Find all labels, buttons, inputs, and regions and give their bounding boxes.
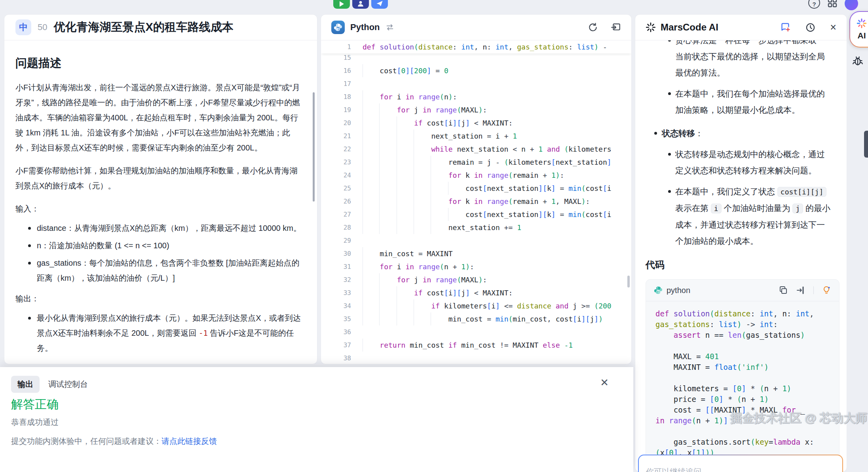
code-line[interactable]: 19for j in range(MAXL): bbox=[321, 103, 631, 116]
ai-code-header: python bbox=[646, 280, 839, 301]
code-line[interactable]: 32for j in range(MAXL): bbox=[321, 273, 631, 286]
apps-button[interactable] bbox=[826, 0, 838, 9]
copy-code-icon[interactable] bbox=[779, 285, 788, 295]
code-line[interactable]: gas_stations.sort(key=lambda x: bbox=[655, 437, 830, 447]
problem-title: 优化青海湖至景点X的租车路线成本 bbox=[53, 19, 233, 35]
tab-debug-console[interactable]: 调试控制台 bbox=[48, 379, 88, 390]
history-icon[interactable] bbox=[805, 22, 816, 33]
ai-assistant-toggle[interactable]: AI bbox=[849, 11, 868, 48]
new-chat-icon[interactable] bbox=[780, 22, 791, 33]
feedback-link[interactable]: 请点此链接反馈 bbox=[161, 437, 217, 445]
code-line[interactable]: 21next_station = i + 1 bbox=[321, 129, 631, 143]
problem-content[interactable]: 问题描述 小F计划从青海湖出发，前往一个遥远的景点X进行旅游。景点X可能是“敦煌… bbox=[4, 40, 317, 364]
python-lang-icon bbox=[654, 286, 663, 295]
code-line[interactable]: 18for i in range(n): bbox=[321, 90, 631, 103]
code-line[interactable]: 16cost[0][200] = 0 bbox=[321, 64, 631, 77]
code-line[interactable]: 17 bbox=[321, 77, 631, 90]
code-line[interactable] bbox=[655, 373, 830, 383]
code-line[interactable]: 33if cost[i][j] < MAXINT: bbox=[321, 286, 631, 299]
code-line[interactable]: 35min_cost = min(min_cost, cost[i][j]) bbox=[321, 312, 631, 325]
list-item: n：沿途加油站的数量 (1 <= n <= 100) bbox=[27, 238, 304, 253]
code-line[interactable]: 29 bbox=[321, 234, 631, 247]
code-line[interactable]: 31for i in range(n + 1): bbox=[321, 260, 631, 273]
code-lang-label: python bbox=[667, 286, 690, 295]
run-button[interactable] bbox=[333, 0, 350, 9]
code-line[interactable]: 37return min_cost if min_cost != MAXINT … bbox=[321, 339, 631, 352]
insert-code-icon[interactable] bbox=[796, 285, 805, 295]
code-line[interactable]: 34if kilometers[i] <= distance and j >= … bbox=[321, 299, 631, 312]
list-item: gas_stations：每个加油站的信息，包含两个非负整数 [加油站距离起始点… bbox=[27, 255, 304, 285]
code-line[interactable]: kilometers = [0] * (n + 1) bbox=[655, 383, 830, 394]
tab-output[interactable]: 输出 bbox=[11, 376, 40, 393]
code-line[interactable]: MAXINT = float('inf') bbox=[655, 362, 830, 373]
ai-chat-input[interactable] bbox=[639, 455, 842, 472]
code-line[interactable] bbox=[655, 426, 830, 437]
code-line[interactable]: 23remain = j - (kilometers[next_station] bbox=[321, 156, 631, 169]
code-line[interactable]: gas_stations: list) -> int: bbox=[655, 319, 830, 330]
code-line[interactable]: 26for k in range(remain + 1, MAXL): bbox=[321, 195, 631, 208]
code-line[interactable]: 1def solution(distance: int, n: int, gas… bbox=[321, 40, 631, 53]
ai-header: MarsCode AI × bbox=[635, 15, 847, 40]
side-drawer-handle[interactable] bbox=[864, 131, 868, 158]
editor-scrollbar[interactable] bbox=[627, 276, 630, 287]
code-line[interactable] bbox=[655, 341, 830, 351]
close-console-icon[interactable]: ✕ bbox=[600, 377, 609, 388]
avatar[interactable] bbox=[845, 0, 858, 10]
code-line[interactable]: 27cost[next_station][k] = min(cost[i bbox=[321, 208, 631, 221]
sticky-context-line: 1def solution(distance: int, n: int, gas… bbox=[321, 40, 631, 53]
debug-button[interactable] bbox=[852, 55, 864, 68]
ai-bullet: 在本题中，我们定义了状态 cost[i][j] 表示在第 i 个加油站时油量为 … bbox=[646, 183, 831, 249]
ai-list: 贪心算法是一种在每一步选择中都采取当前状态下最优的选择，以期望达到全局最优的算法… bbox=[646, 40, 831, 249]
ai-bullet: 贪心算法是一种在每一步选择中都采取当前状态下最优的选择，以期望达到全局最优的算法… bbox=[646, 40, 831, 81]
open-console-icon[interactable] bbox=[611, 22, 621, 32]
problem-paragraph: 小F需要你帮助他计算，如果合理规划加油站的加油顺序和数量，最小化从青海湖到景点X… bbox=[15, 163, 304, 193]
reset-code-icon[interactable] bbox=[588, 22, 598, 32]
code-line[interactable]: 28next_station += 1 bbox=[321, 221, 631, 234]
input-list: distance：从青海湖到景点X的总距离（km），距离最远不超过 10000 … bbox=[15, 221, 304, 285]
code-line[interactable]: 36 bbox=[321, 325, 631, 339]
watermark: 掘金技术社区 @ 芯动大师 bbox=[730, 410, 867, 426]
problem-header: 中 50 优化青海湖至景点X的租车路线成本 bbox=[4, 15, 317, 40]
code-line[interactable]: 22while next_station < n + 1 and (kilome… bbox=[321, 143, 631, 156]
language-tab[interactable]: Python bbox=[350, 22, 380, 32]
play-icon bbox=[340, 1, 344, 7]
close-ai-icon[interactable]: × bbox=[830, 22, 836, 33]
ai-code: def solution(distance: int, n: int,gas_s… bbox=[646, 301, 839, 472]
output-list: 最小化从青海湖到景点X的旅行成本（元）。如果无法到达景点X，或者到达景点X还车时… bbox=[15, 310, 304, 356]
bug-icon bbox=[852, 55, 864, 67]
ai-title: MarsCode AI bbox=[661, 22, 718, 33]
code-line[interactable]: 20if cost[i][j] < MAXINT: bbox=[321, 116, 631, 129]
code-line[interactable]: def solution(distance: int, n: int, bbox=[655, 308, 830, 319]
question-icon: ? bbox=[812, 0, 816, 8]
grid-icon bbox=[826, 0, 838, 9]
ai-pill-label: AI bbox=[858, 31, 866, 40]
person-icon bbox=[357, 0, 364, 7]
ai-code-heading: 代码 bbox=[646, 259, 831, 271]
ai-code-block: python bbox=[646, 279, 840, 472]
problem-scrollbar[interactable] bbox=[313, 92, 315, 202]
difficulty-badge: 中 bbox=[15, 19, 31, 35]
marscode-logo-icon bbox=[646, 22, 656, 32]
code-line[interactable]: price = [0] * (n + 1) bbox=[655, 394, 830, 405]
code-line[interactable]: MAXL = 401 bbox=[655, 351, 830, 362]
ai-conversation[interactable]: 贪心算法是一种在每一步选择中都采取当前状态下最优的选择，以期望达到全局最优的算法… bbox=[635, 40, 847, 472]
user-mode-button[interactable] bbox=[352, 0, 369, 9]
marscode-color-logo-icon bbox=[857, 18, 867, 29]
code-line[interactable]: 25cost[next_station][k] = min(cost[i bbox=[321, 182, 631, 195]
code-line[interactable]: assert n == len(gas_stations) bbox=[655, 330, 830, 341]
ai-bullet: 状态转移是动态规划中的核心概念，通过定义状态和状态转移方程来解决问题。 bbox=[646, 146, 831, 179]
problem-paragraph: 小F计划从青海湖出发，前往一个遥远的景点X进行旅游。景点X可能是“敦煌”或“月牙… bbox=[15, 80, 304, 155]
list-item: distance：从青海湖到景点X的总距离（km），距离最远不超过 10000 … bbox=[27, 221, 304, 236]
explain-code-icon[interactable] bbox=[822, 285, 831, 295]
python-icon bbox=[331, 21, 345, 34]
switch-language-icon[interactable] bbox=[386, 23, 394, 32]
code-line[interactable]: 38 bbox=[321, 352, 631, 364]
ai-bullet: 在本题中，我们在每个加油站选择最优的加油策略，以期望最小化总成本。 bbox=[646, 86, 831, 118]
list-item: 最小化从青海湖到景点X的旅行成本（元）。如果无法到达景点X，或者到达景点X还车时… bbox=[27, 310, 304, 356]
code-line[interactable]: 24for k in range(remain + 1): bbox=[321, 169, 631, 182]
code-line[interactable]: 30min_cost = MAXINT bbox=[321, 247, 631, 260]
code-editor[interactable]: 1516cost[0][200] = 01718for i in range(n… bbox=[321, 40, 631, 364]
submit-button[interactable] bbox=[371, 0, 388, 9]
problem-panel: 中 50 优化青海湖至景点X的租车路线成本 问题描述 小F计划从青海湖出发，前往… bbox=[4, 14, 317, 364]
help-button[interactable]: ? bbox=[808, 0, 820, 9]
